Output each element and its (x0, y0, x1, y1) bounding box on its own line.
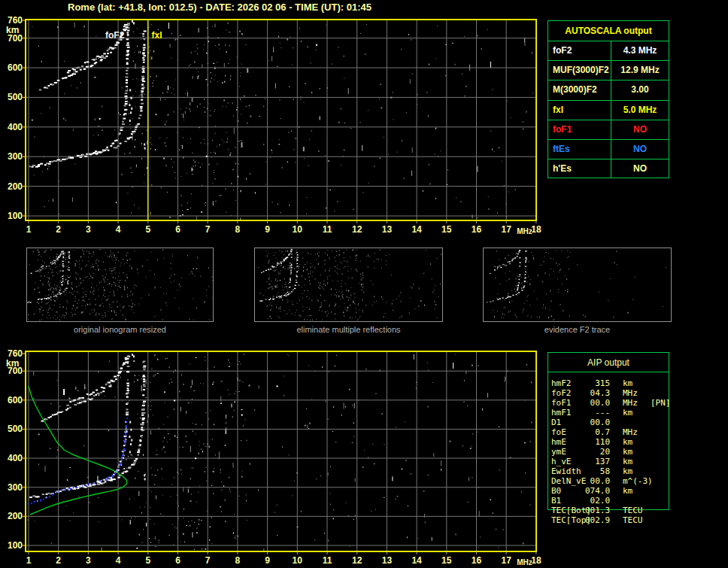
autoscala-panel-title: AUTOSCALA output (548, 21, 669, 41)
ionogram-echo-points (27, 354, 532, 552)
aip-aval: 002.9 (585, 515, 610, 525)
trace-label-fxI: fxI (152, 30, 162, 41)
aip-alabel: foF1 (551, 398, 572, 408)
thumbnail-content (258, 249, 442, 320)
autoscala-param-value: 3.00 (611, 80, 669, 99)
svg-text:18: 18 (531, 224, 541, 235)
aip-aunit: km (623, 408, 632, 418)
thumbnail-border (484, 248, 672, 322)
autoscala-row-fxI: fxI5.0 MHz (548, 101, 669, 120)
svg-text:3: 3 (86, 555, 91, 566)
aip-aunit: km (623, 447, 632, 457)
svg-text:12: 12 (352, 555, 362, 566)
aip-row-hmF2: hmF2 315km (548, 378, 669, 388)
aip-alabel: h_vE (551, 457, 572, 466)
svg-text:14: 14 (411, 555, 422, 566)
aip-row-Ewidth: Ewidth 58km (548, 466, 669, 476)
autoscala-param-label: ftEs (548, 140, 611, 159)
svg-text:600: 600 (8, 62, 23, 73)
aip-aval: 315 (585, 378, 610, 388)
aip-row-ymE: ymE 20km (548, 447, 669, 457)
aip-output-panel: AIP output hmF2 315kmfoF2 04.3MHzfoF1 00… (548, 352, 669, 530)
autoscala-screen: Rome (lat: +41.8, lon: 012.5) - DATE: 20… (0, 0, 728, 568)
svg-text:2: 2 (56, 224, 61, 235)
svg-text:100: 100 (8, 540, 23, 551)
svg-text:10: 10 (293, 224, 303, 235)
svg-text:600: 600 (8, 395, 23, 405)
svg-text:100: 100 (8, 211, 23, 221)
svg-text:500: 500 (8, 92, 23, 102)
aip-aval: 074.0 (585, 486, 610, 496)
svg-text:760: 760 (8, 15, 23, 26)
aip-aval: 00.0 (585, 398, 610, 408)
autoscala-row-h'Es: h'EsNO (548, 159, 669, 178)
autoscala-param-label: foF1 (548, 120, 611, 139)
aip-aunit: km (623, 486, 632, 496)
grid (26, 351, 536, 551)
autoscala-row-ftEs: ftEsNO (548, 140, 669, 159)
svg-text:1: 1 (26, 555, 32, 566)
autoscala-rows: foF24.3 MHzMUF(3000)F212.9 MHzM(3000)F23… (548, 41, 669, 178)
autoscala-param-label: foF2 (548, 41, 611, 60)
autoscala-row-foF1: foF1NO (548, 120, 669, 140)
svg-text:MHz: MHz (517, 558, 532, 566)
svg-text:6: 6 (175, 555, 180, 566)
aip-aval: 00.0 (585, 476, 610, 486)
aip-aval: 02.0 (585, 496, 610, 506)
aip-row-h_vE: h_vE 137km (548, 457, 669, 466)
plot-border (26, 351, 536, 551)
svg-text:760: 760 (8, 348, 23, 359)
svg-text:5: 5 (145, 555, 150, 566)
aip-aval: 137 (585, 457, 610, 466)
svg-text:400: 400 (8, 122, 23, 132)
aip-aval: 00.0 (585, 418, 610, 427)
svg-text:16: 16 (472, 555, 482, 566)
aip-alabel: foF2 (551, 388, 572, 398)
autoscala-param-value: 4.3 MHz (611, 41, 669, 60)
aip-aval: 04.3 (585, 388, 610, 398)
thumbnail-content (487, 250, 666, 320)
aip-row-TEC[Bot]: TEC[Bot]001.3TECU (548, 506, 669, 515)
svg-text:6: 6 (175, 224, 180, 235)
aip-alabel: hmF2 (551, 378, 572, 388)
svg-text:8: 8 (235, 224, 241, 235)
grid (26, 20, 536, 220)
plot-border (26, 20, 536, 220)
aip-header-divider (548, 372, 669, 372)
thumbnail-border (255, 248, 443, 322)
aip-alabel: DelN_vE (551, 476, 586, 486)
aip-aunit: MHz (623, 427, 638, 437)
aip-aval: 110 (585, 437, 610, 447)
svg-text:km: km (6, 25, 19, 35)
svg-text:4: 4 (116, 555, 121, 566)
svg-text:7: 7 (205, 224, 211, 235)
svg-text:300: 300 (8, 482, 23, 493)
thumbnail-caption-original: original ionogram resized (26, 325, 214, 334)
fitted-trace-blue (27, 418, 128, 505)
svg-text:11: 11 (323, 224, 332, 235)
aip-alabel: Ewidth (551, 466, 581, 476)
aip-row-foE: foE 0.7MHz (548, 427, 669, 437)
svg-text:2: 2 (56, 555, 61, 566)
svg-text:200: 200 (8, 181, 23, 192)
svg-text:16: 16 (472, 224, 482, 235)
svg-text:18: 18 (531, 555, 541, 566)
svg-text:500: 500 (8, 424, 23, 434)
svg-text:200: 200 (8, 511, 23, 521)
electron-density-profile (29, 386, 127, 515)
svg-text:3: 3 (86, 224, 91, 235)
ionogram-plot-bottom: 123456789101112131415161718MHz1002003004… (0, 346, 549, 568)
thumbnail-content (27, 249, 214, 320)
aip-row-foF1: foF1 00.0MHz[PN] (548, 398, 669, 408)
aip-anote: [PN] (651, 398, 671, 408)
svg-text:11: 11 (323, 555, 332, 566)
aip-row-B0: B0074.0km (548, 486, 669, 496)
aip-aunit: km (623, 457, 632, 466)
aip-aunit: km (623, 437, 632, 447)
aip-row-hmE: hmE 110km (548, 437, 669, 447)
svg-text:1: 1 (26, 224, 32, 235)
autoscala-param-label: h'Es (548, 159, 611, 178)
aip-aval: 0.7 (585, 427, 610, 437)
aip-panel-title: AIP output (548, 357, 669, 368)
svg-text:5: 5 (145, 224, 150, 235)
